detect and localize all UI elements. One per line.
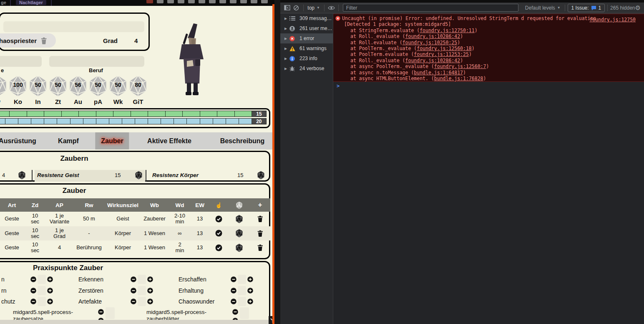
- d20-die-icon[interactable]: [8, 91, 28, 98]
- tab-aktive-effekte[interactable]: Aktive Effekte: [141, 132, 197, 149]
- attribute-Zt[interactable]: 50Zt: [48, 75, 68, 105]
- race-input[interactable]: [0, 56, 42, 67]
- hotbar-icon[interactable]: [219, 0, 226, 3]
- clear-console-icon[interactable]: [292, 3, 300, 13]
- pp-plus-button[interactable]: [147, 288, 153, 294]
- hotbar-icon[interactable]: [240, 0, 247, 3]
- delete-class-icon[interactable]: [41, 37, 47, 44]
- attribute-pA[interactable]: 50pA: [88, 75, 108, 105]
- scene-nav-item-partial[interactable]: ge: [1, 0, 6, 5]
- beruf-input[interactable]: [49, 56, 144, 67]
- cast-spell-icon[interactable]: ☝: [215, 202, 222, 208]
- pp-plus-button[interactable]: [247, 276, 253, 282]
- filter-input[interactable]: Filter: [343, 4, 518, 12]
- pp-minus-button[interactable]: [231, 276, 236, 282]
- pp-value-input[interactable]: [38, 275, 46, 284]
- hotbar-icon[interactable]: [157, 0, 164, 3]
- expand-triangle-icon[interactable]: ▶: [282, 47, 289, 51]
- pp-minus-button[interactable]: [30, 299, 36, 304]
- spell-delete-icon[interactable]: [257, 230, 263, 237]
- live-expression-eye-icon[interactable]: [327, 3, 336, 13]
- sidebar-filter-error[interactable]: ▶1 error: [280, 33, 333, 43]
- attribute-w[interactable]: 5w: [0, 75, 8, 105]
- pp-minus-button[interactable]: [98, 309, 104, 315]
- sidebar-filter-user[interactable]: ▶261 user me…: [280, 23, 333, 33]
- grad-value[interactable]: 4: [134, 37, 138, 44]
- spell-check-icon[interactable]: [215, 230, 222, 237]
- issues-button[interactable]: 1 Issue: 1: [568, 4, 605, 12]
- spell-check-icon[interactable]: [215, 244, 222, 251]
- pp-plus-button[interactable]: [247, 299, 253, 304]
- attribute-In[interactable]: 50In: [28, 75, 48, 105]
- name-input[interactable]: [3, 21, 144, 32]
- pp-minus-button[interactable]: [231, 299, 236, 304]
- pp-plus-button[interactable]: [47, 276, 53, 282]
- context-selector[interactable]: top ▼: [306, 5, 322, 11]
- pp-value-input[interactable]: [238, 297, 246, 306]
- roll-d20-icon[interactable]: [135, 171, 143, 181]
- pp-plus-button[interactable]: [47, 288, 53, 294]
- stack-source-link[interactable]: foundry.js:12560:7: [434, 63, 486, 69]
- tab-zauber[interactable]: Zauber: [95, 132, 129, 149]
- spell-roll-d20-icon[interactable]: [235, 243, 243, 252]
- sidebar-filter-info[interactable]: ▶223 info: [280, 53, 333, 63]
- ap-bar[interactable]: 20: [0, 118, 267, 124]
- d20-die-icon[interactable]: [48, 91, 68, 98]
- pp-minus-button[interactable]: [30, 288, 36, 294]
- pp-plus-button[interactable]: [47, 299, 53, 304]
- expand-triangle-icon[interactable]: ▶: [282, 27, 289, 30]
- attribute-Ko[interactable]: 100Ko: [8, 75, 28, 105]
- scene-nav-item-nachtlager[interactable]: Nachtlager: [16, 0, 46, 5]
- stack-source-link[interactable]: bundle.js:1:64817: [414, 70, 463, 76]
- d20-die-icon[interactable]: [88, 91, 108, 98]
- stack-source-link[interactable]: foundry.js:12750:11: [420, 28, 475, 33]
- log-levels-selector[interactable]: Default levels ▼: [523, 5, 562, 11]
- stack-source-link[interactable]: foundry.js:12560:18: [417, 46, 472, 51]
- expand-triangle-icon[interactable]: ▶: [282, 67, 289, 71]
- expand-triangle-icon[interactable]: ▶: [282, 37, 289, 40]
- tab-beschreibung[interactable]: Beschreibung: [214, 132, 271, 149]
- hotbar-icon[interactable]: [230, 0, 236, 3]
- expand-triangle-icon[interactable]: ▶: [282, 17, 289, 20]
- expand-triangle-icon[interactable]: ▶: [282, 57, 289, 61]
- stack-source-link[interactable]: foundry.js:10286:42: [405, 33, 460, 39]
- hotbar-icon[interactable]: [167, 0, 174, 3]
- spell-check-icon[interactable]: [215, 215, 222, 223]
- pp-value-input[interactable]: [240, 307, 249, 319]
- settings-gear-icon[interactable]: ⚙: [635, 4, 641, 12]
- pp-minus-button[interactable]: [30, 276, 36, 282]
- pp-value-input[interactable]: [238, 286, 246, 295]
- tab-ausr-stung[interactable]: Ausrüstung: [0, 132, 42, 149]
- d20-die-icon[interactable]: [108, 91, 128, 98]
- console-prompt[interactable]: >: [333, 82, 644, 90]
- pp-minus-button[interactable]: [131, 288, 136, 294]
- spell-roll-d20-icon[interactable]: [235, 215, 243, 223]
- roll-d20-icon[interactable]: [257, 171, 265, 181]
- hotbar-icon[interactable]: [261, 0, 268, 3]
- d20-die-icon[interactable]: [28, 91, 48, 98]
- pp-value-input[interactable]: [238, 275, 246, 284]
- sidebar-filter-verbose[interactable]: ▶24 verbose: [280, 63, 333, 73]
- stack-source-link[interactable]: foundry.js:11253:25: [414, 51, 469, 57]
- hotbar-icon[interactable]: [209, 0, 216, 3]
- hotbar-icon[interactable]: [146, 0, 153, 3]
- pp-value-input[interactable]: [106, 307, 115, 319]
- pp-value-input[interactable]: [138, 297, 146, 306]
- pp-value-input[interactable]: [138, 275, 146, 284]
- dock-sidebar-icon[interactable]: [283, 3, 292, 13]
- pp-minus-button[interactable]: [131, 276, 136, 282]
- spell-delete-icon[interactable]: [257, 244, 263, 251]
- stack-source-link[interactable]: foundry.js:10286:42: [405, 58, 460, 63]
- d20-die-icon[interactable]: [68, 91, 88, 98]
- stack-source-link[interactable]: bundle.js:1:76828: [434, 76, 483, 81]
- pp-minus-button[interactable]: [231, 288, 236, 294]
- attribute-GiT[interactable]: 80GiT: [128, 75, 148, 105]
- pp-plus-button[interactable]: [147, 299, 153, 304]
- d20-die-icon[interactable]: [0, 91, 8, 98]
- spell-delete-icon[interactable]: [257, 215, 263, 222]
- stack-source-link[interactable]: foundry.js:10250:25: [402, 40, 458, 46]
- hotbar-icon[interactable]: [178, 0, 184, 3]
- lp-bar[interactable]: 15: [0, 111, 267, 117]
- sidebar-filter-warning[interactable]: ▶61 warnings: [280, 43, 333, 53]
- roll-d20-icon[interactable]: [18, 171, 26, 181]
